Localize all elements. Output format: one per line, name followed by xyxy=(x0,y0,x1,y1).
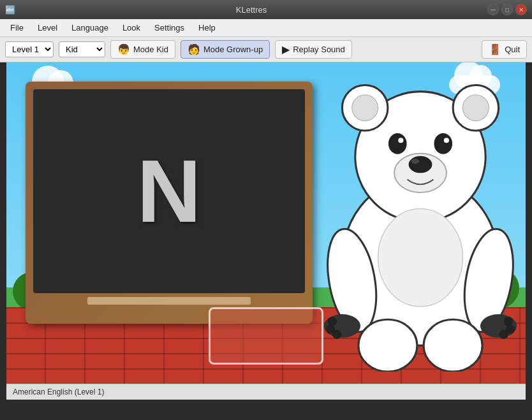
menu-language[interactable]: Language xyxy=(65,20,115,35)
skin-select[interactable]: Kid Desert xyxy=(59,41,105,57)
svg-point-11 xyxy=(409,156,432,173)
svg-point-22 xyxy=(358,319,417,372)
status-text: American English (Level 1) xyxy=(13,387,104,396)
menu-level[interactable]: Level xyxy=(31,20,64,35)
title-bar-title: KLettres xyxy=(15,5,487,15)
mode-grownup-button[interactable]: 🧑 Mode Grown-up xyxy=(181,40,270,59)
replay-icon: ▶ xyxy=(282,43,290,55)
replay-sound-button[interactable]: ▶ Replay Sound xyxy=(275,40,352,59)
svg-point-9 xyxy=(444,138,449,143)
level-select[interactable]: Level 1 Level 2 Level 3 Level 4 xyxy=(5,41,54,57)
svg-point-14 xyxy=(328,317,337,326)
mode-grownup-icon: 🧑 xyxy=(188,43,200,55)
input-box[interactable] xyxy=(209,307,323,365)
menu-bar: File Level Language Look Settings Help xyxy=(0,19,532,37)
maximize-button[interactable]: □ xyxy=(501,4,513,15)
bear-svg xyxy=(321,72,519,372)
menu-look[interactable]: Look xyxy=(116,20,147,35)
mode-kid-label: Mode Kid xyxy=(133,45,168,54)
bear-container xyxy=(321,72,519,372)
replay-sound-label: Replay Sound xyxy=(293,45,345,54)
svg-point-23 xyxy=(424,319,482,372)
svg-point-21 xyxy=(499,330,508,339)
game-area: N xyxy=(6,62,526,384)
svg-point-19 xyxy=(504,317,513,326)
title-bar: 🔤 KLettres ─ □ ✕ xyxy=(0,0,532,19)
minimize-button[interactable]: ─ xyxy=(487,4,499,15)
svg-point-7 xyxy=(434,133,452,154)
menu-settings[interactable]: Settings xyxy=(148,20,191,35)
title-bar-left: 🔤 xyxy=(5,5,15,15)
svg-point-16 xyxy=(332,330,341,339)
svg-point-24 xyxy=(378,209,463,307)
quit-icon: 🚪 xyxy=(489,43,501,55)
chalk-letter: N xyxy=(137,140,201,243)
mode-kid-button[interactable]: 👦 Mode Kid xyxy=(110,40,175,59)
menu-help[interactable]: Help xyxy=(192,20,222,35)
svg-point-5 xyxy=(462,95,489,121)
chalk-ledge xyxy=(87,297,251,305)
chalkboard-inner: N xyxy=(33,89,305,293)
quit-button[interactable]: 🚪 Quit xyxy=(482,40,527,59)
menu-file[interactable]: File xyxy=(4,20,30,35)
chalkboard: N xyxy=(26,82,313,324)
title-bar-controls: ─ □ ✕ xyxy=(487,4,527,15)
mode-grownup-label: Mode Grown-up xyxy=(203,45,263,54)
toolbar: Level 1 Level 2 Level 3 Level 4 Kid Dese… xyxy=(0,37,532,62)
mode-kid-icon: 👦 xyxy=(117,43,130,55)
svg-point-6 xyxy=(388,133,407,154)
svg-point-3 xyxy=(352,95,378,121)
close-button[interactable]: ✕ xyxy=(515,4,527,15)
quit-label: Quit xyxy=(505,45,520,54)
app-icon: 🔤 xyxy=(5,5,15,15)
status-bar: American English (Level 1) xyxy=(6,384,526,400)
svg-point-25 xyxy=(411,159,419,164)
svg-point-8 xyxy=(398,138,403,143)
